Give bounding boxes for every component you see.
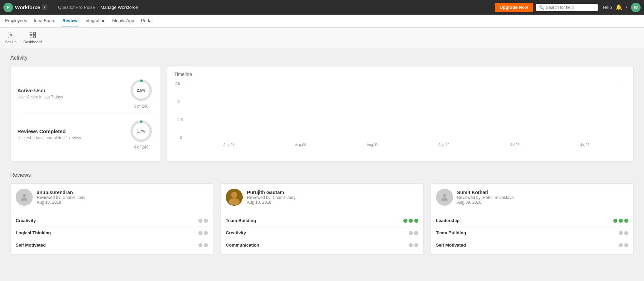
- skill-dots-logical-1: [198, 231, 208, 235]
- review-date-1: Aug 10, 2018: [37, 200, 85, 205]
- svg-text:1.7%: 1.7%: [137, 129, 145, 133]
- active-user-info: Active User User Active in last 7 days: [17, 88, 63, 99]
- dot: [403, 219, 407, 223]
- skill-name-teambuilding-3: Team Building: [436, 230, 466, 235]
- search-icon: 🔍: [539, 5, 544, 10]
- reviews-row: anup.surendran Reviewed by :Charlie Judy…: [10, 183, 634, 255]
- active-user-donut: 2.5% 6 of 240: [129, 78, 153, 109]
- review-skills-3: Leadership Team Building Self Motiv: [431, 211, 633, 254]
- notif-dropdown[interactable]: ▾: [626, 5, 628, 10]
- dot: [414, 219, 418, 223]
- svg-point-14: [229, 198, 240, 205]
- review-skills-2: Team Building Creativity Communicat: [221, 211, 423, 254]
- review-by-3: Reviewed by :Rahul Srivastava: [457, 195, 514, 200]
- upgrade-button[interactable]: Upgrade Now: [495, 3, 533, 12]
- sub-nav-item-mobile-app[interactable]: Mobile App: [112, 15, 134, 27]
- reviews-completed-donut: 1.7% 4 of 240: [129, 119, 153, 150]
- skill-name-selfmot-3: Self Motivated: [436, 243, 466, 248]
- skill-dots-creativity-1: [198, 219, 208, 223]
- brand-name: Workforce: [15, 4, 40, 10]
- user-icon-1: [19, 192, 29, 202]
- dot: [409, 243, 413, 247]
- review-header-2: Purujith Gautam Reviewed by :Charlie Jud…: [221, 184, 423, 211]
- review-card-2: Purujith Gautam Reviewed by :Charlie Jud…: [220, 183, 423, 255]
- review-name-1: anup.surendran: [37, 190, 85, 195]
- activity-row: Active User User Active in last 7 days 2…: [10, 66, 634, 162]
- review-card-3: Sumit Kothari Reviewed by :Rahul Srivast…: [431, 183, 634, 255]
- review-avatar-1: [16, 189, 33, 206]
- sub-nav-item-integration[interactable]: Integration: [85, 15, 105, 27]
- review-skills-1: Creativity Logical Thinking Self Motivat…: [11, 211, 213, 254]
- skill-row-leadership-3: Leadership: [436, 215, 628, 227]
- brand: P Workforce ▾: [3, 3, 55, 12]
- dot: [619, 231, 623, 235]
- reviews-completed-title: Reviews Completed: [17, 128, 82, 134]
- svg-rect-3: [30, 36, 32, 38]
- skill-name-leadership-3: Leadership: [436, 218, 460, 223]
- dot: [613, 219, 617, 223]
- skill-dots-leadership-3: [613, 219, 628, 223]
- dot: [414, 231, 418, 235]
- dot: [204, 243, 208, 247]
- skill-row-logical-1: Logical Thinking: [16, 227, 208, 239]
- skill-name-logical-1: Logical Thinking: [16, 230, 51, 235]
- skill-name-teambuilding-2: Team Building: [226, 218, 256, 223]
- search-box: 🔍: [536, 4, 598, 11]
- x-label-aug01: Aug-01: [223, 143, 234, 147]
- active-user-subtitle: User Active in last 7 days: [17, 95, 63, 99]
- user-photo-2: [226, 189, 243, 206]
- user-avatar[interactable]: W: [631, 3, 641, 12]
- sub-nav-item-portal[interactable]: Portal: [141, 15, 153, 27]
- x-label-aug06: Aug-06: [295, 143, 306, 147]
- x-label-jul27: Jul-27: [580, 143, 589, 147]
- toolbar-dashboard[interactable]: Dashboard: [24, 31, 42, 44]
- x-axis: Aug-01 Aug-06 Aug-09 Aug-10 Jul-25 Jul-2…: [190, 143, 623, 147]
- active-user-title: Active User: [17, 88, 63, 93]
- dot: [624, 219, 628, 223]
- dot: [624, 231, 628, 235]
- svg-point-11: [23, 194, 26, 197]
- toolbar-setup[interactable]: Set Up: [5, 31, 17, 44]
- review-info-2: Purujith Gautam Reviewed by :Charlie Jud…: [247, 190, 295, 205]
- sub-nav-item-review[interactable]: Review: [62, 15, 78, 27]
- setup-label: Set Up: [5, 40, 17, 44]
- skill-name-creativity-2: Creativity: [226, 230, 246, 235]
- skill-dots-teambuilding-3: [619, 231, 628, 235]
- active-user-count: 6 of 240: [134, 104, 148, 109]
- active-user-donut-svg: 2.5%: [129, 78, 153, 102]
- reviews-completed-subtitle: User who have completed 1 review.: [17, 136, 82, 140]
- reviews-completed-count: 4 of 240: [134, 145, 148, 150]
- review-info-1: anup.surendran Reviewed by :Charlie Judy…: [37, 190, 85, 205]
- activity-title: Activity: [10, 55, 634, 61]
- y-label-25: 2.5: [178, 118, 183, 122]
- stats-card: Active User User Active in last 7 days 2…: [10, 66, 160, 162]
- help-label: Help: [603, 5, 612, 10]
- timeline-title: Timeline: [174, 72, 627, 77]
- brand-dropdown[interactable]: ▾: [42, 4, 47, 10]
- toolbar: Set Up Dashboard: [0, 28, 644, 48]
- breadcrumb-part1: QuestionPro Pulse: [58, 5, 95, 10]
- dot: [204, 219, 208, 223]
- reviews-completed-info: Reviews Completed User who have complete…: [17, 128, 82, 140]
- dot: [198, 231, 203, 235]
- reviews-title: Reviews: [10, 172, 634, 178]
- dashboard-icon: [29, 31, 36, 39]
- active-user-block: Active User User Active in last 7 days 2…: [17, 73, 153, 114]
- skill-row-communication-2: Communication: [226, 239, 418, 251]
- breadcrumb-separator: ›: [97, 5, 98, 10]
- skill-dots-selfmot-3: [619, 243, 628, 247]
- sub-nav-item-employees[interactable]: Employees: [5, 15, 27, 27]
- y-label-75: 7.5: [175, 81, 180, 85]
- search-input[interactable]: [546, 5, 590, 10]
- reviews-completed-donut-svg: 1.7%: [129, 119, 153, 143]
- y-label-0: 0: [180, 136, 182, 140]
- notification-bell[interactable]: 🔔: [615, 4, 622, 11]
- user-icon-3: [439, 192, 450, 202]
- skill-dots-communication-2: [409, 243, 418, 247]
- review-header-1: anup.surendran Reviewed by :Charlie Judy…: [11, 184, 213, 211]
- dot: [204, 231, 208, 235]
- sub-nav: EmployeesIdea BoardReviewIntegrationMobi…: [0, 15, 644, 28]
- skill-name-creativity-1: Creativity: [16, 218, 36, 223]
- review-name-3: Sumit Kothari: [457, 190, 514, 195]
- sub-nav-item-idea-board[interactable]: Idea Board: [34, 15, 56, 27]
